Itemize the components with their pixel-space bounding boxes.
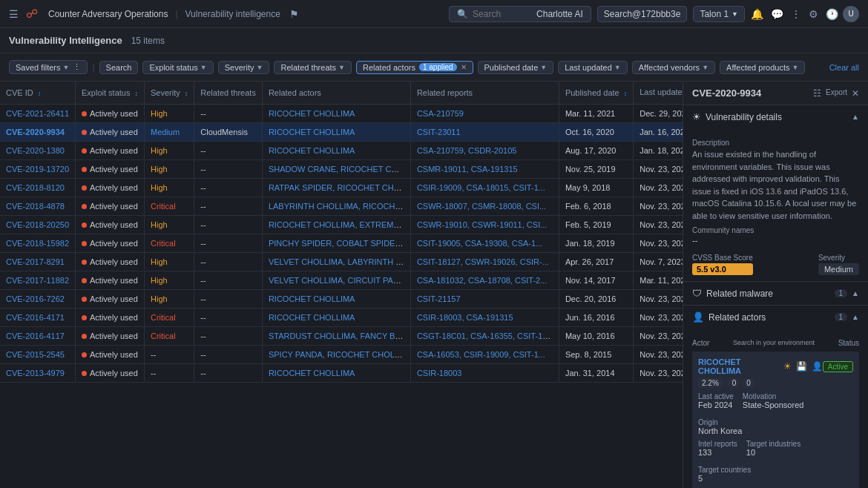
table-row[interactable]: CVE-2013-4979 Actively used -- -- RICOCH… <box>0 364 683 383</box>
related-actors-cell[interactable]: RICOCHET CHOLLIMA <box>262 364 410 383</box>
user-avatar[interactable]: U <box>843 6 859 22</box>
related-reports-cell[interactable]: CSA-16053, CSIR-19009, CSIT-1... <box>410 346 559 364</box>
table-row[interactable]: CVE-2018-15982 Actively used Critical --… <box>0 234 683 253</box>
related-malware-chevron-icon[interactable]: ▲ <box>852 289 859 297</box>
cve-id-cell[interactable]: CVE-2016-4171 <box>0 309 76 327</box>
related-reports-value[interactable]: CSIT-18127, CSWR-19026, CSIR-... <box>417 257 549 266</box>
col-published-date[interactable]: Published date ↕ <box>559 82 633 105</box>
talon-selector[interactable]: Talon 1 ▼ <box>693 6 745 22</box>
cve-id-link[interactable]: CVE-2013-4979 <box>6 369 65 377</box>
cve-id-cell[interactable]: CVE-2017-8291 <box>0 253 76 271</box>
cve-id-link[interactable]: CVE-2017-8291 <box>6 257 65 266</box>
table-row[interactable]: CVE-2016-4171 Actively used Critical -- … <box>0 309 683 327</box>
related-reports-cell[interactable]: CSIT-19005, CSA-19308, CSA-1... <box>410 234 559 253</box>
related-reports-value[interactable]: CSIT-19005, CSA-19308, CSA-1... <box>417 239 542 248</box>
table-row[interactable]: CVE-2017-8291 Actively used High -- VELV… <box>0 253 683 271</box>
cve-id-link[interactable]: CVE-2020-9934 <box>6 128 65 136</box>
related-actors-cell[interactable]: RICOCHET CHOLLIMA <box>262 123 410 142</box>
col-related-reports[interactable]: Related reports <box>410 82 559 105</box>
col-related-threats[interactable]: Related threats <box>194 82 263 105</box>
search-input[interactable] <box>473 9 532 19</box>
related-reports-cell[interactable]: CSIR-19009, CSA-18015, CSIT-1... <box>410 179 559 197</box>
col-related-actors[interactable]: Related actors <box>262 82 410 105</box>
related-actors-value[interactable]: RATPAK SPIDER, RICOCHET CHOLLIMA <box>269 183 411 192</box>
related-actors-header[interactable]: 👤 Related actors 1 ▲ <box>683 306 868 329</box>
cve-id-cell[interactable]: CVE-2020-9934 <box>0 123 76 142</box>
notification-icon[interactable]: 🔔 <box>751 8 763 20</box>
related-actors-value[interactable]: RICOCHET CHOLLIMA, EXTREME JACKAL, REFIN… <box>269 220 411 229</box>
related-actors-value[interactable]: LABYRINTH CHOLLIMA, RICOCHET CHOLLIMA <box>269 202 411 211</box>
cve-id-link[interactable]: CVE-2016-7262 <box>6 294 65 303</box>
search-filter-chip[interactable]: Search <box>99 61 139 74</box>
table-row[interactable]: CVE-2018-20250 Actively used High -- RIC… <box>0 216 683 234</box>
detail-grid-icon[interactable]: ☷ <box>813 88 821 99</box>
table-row[interactable]: CVE-2019-13720 Actively used High -- SHA… <box>0 160 683 179</box>
related-actors-value[interactable]: VELVET CHOLLIMA, CIRCUIT PANDA, EMBER BE… <box>269 276 411 285</box>
related-actors-value[interactable]: RICOCHET CHOLLIMA <box>269 294 355 303</box>
cve-id-link[interactable]: CVE-2021-26411 <box>6 109 69 118</box>
cve-id-link[interactable]: CVE-2019-13720 <box>6 165 69 174</box>
related-reports-value[interactable]: CSA-210759, CSDR-20105 <box>417 146 517 155</box>
related-reports-value[interactable]: CSA-210759 <box>417 109 464 118</box>
cve-id-cell[interactable]: CVE-2018-4878 <box>0 197 76 216</box>
cve-id-link[interactable]: CVE-2018-15982 <box>6 239 69 248</box>
related-actors-value[interactable]: VELVET CHOLLIMA, LABYRINTH CHOLLIMA, RIC… <box>269 257 411 266</box>
cve-id-link[interactable]: CVE-2017-11882 <box>6 276 69 285</box>
related-actors-value[interactable]: PINCHY SPIDER, COBALT SPIDER, HELIX KITT… <box>269 239 411 248</box>
cve-id-cell[interactable]: CVE-2016-7262 <box>0 290 76 309</box>
related-actors-value[interactable]: RICOCHET CHOLLIMA <box>269 128 355 136</box>
related-reports-cell[interactable]: CSA-210759 <box>410 105 559 123</box>
published-date-chip[interactable]: Published date ▼ <box>478 61 554 74</box>
related-actors-value[interactable]: SHADOW CRANE, RICOCHET CHOLLIMA <box>269 165 411 174</box>
related-reports-value[interactable]: CSIT-21157 <box>417 294 461 303</box>
related-reports-cell[interactable]: CSIT-21157 <box>410 290 559 309</box>
database-env-icon[interactable]: 💾 <box>796 361 807 372</box>
related-reports-cell[interactable]: CSIT-18127, CSWR-19026, CSIR-... <box>410 253 559 271</box>
last-updated-chip[interactable]: Last updated ▼ <box>558 61 628 74</box>
related-actors-cell[interactable]: SHADOW CRANE, RICOCHET CHOLLIMA <box>262 160 410 179</box>
cve-id-cell[interactable]: CVE-2019-13720 <box>0 160 76 179</box>
related-reports-value[interactable]: CSWR-19010, CSWR-19011, CSI... <box>417 220 547 229</box>
related-reports-cell[interactable]: CSIR-18003 <box>410 364 559 383</box>
actor-name-link[interactable]: RICOCHET CHOLLIMA <box>698 357 783 375</box>
table-row[interactable]: CVE-2017-11882 Actively used High -- VEL… <box>0 271 683 290</box>
affected-vendors-chip[interactable]: Affected vendors ▼ <box>632 61 715 74</box>
related-reports-value[interactable]: CSIT-23011 <box>417 128 461 136</box>
table-row[interactable]: CVE-2016-4117 Actively used Critical -- … <box>0 327 683 346</box>
vuln-details-chevron-icon[interactable]: ▲ <box>852 113 859 121</box>
related-actors-value[interactable]: RICOCHET CHOLLIMA <box>269 369 355 377</box>
table-row[interactable]: CVE-2018-8120 Actively used High -- RATP… <box>0 179 683 197</box>
cve-id-cell[interactable]: CVE-2018-20250 <box>0 216 76 234</box>
related-actors-cell[interactable]: STARDUST CHOLLIMA, FANCY BEAR, RICOCHET … <box>262 327 410 346</box>
related-actors-cell[interactable]: RICOCHET CHOLLIMA, EXTREME JACKAL, REFIN… <box>262 216 410 234</box>
related-actors-value[interactable]: STARDUST CHOLLIMA, FANCY BEAR, RICOCHET … <box>269 332 411 340</box>
related-reports-cell[interactable]: CSIR-18003, CSA-191315 <box>410 309 559 327</box>
cve-id-link[interactable]: CVE-2020-1380 <box>6 146 65 155</box>
chat-icon[interactable]: 💬 <box>771 8 783 20</box>
col-last-updated[interactable]: Last updated ⓘ ↕ <box>634 82 683 105</box>
nav-counter-adversary[interactable]: Counter Adversary Operations <box>44 9 172 19</box>
cve-id-cell[interactable]: CVE-2013-4979 <box>0 364 76 383</box>
col-severity[interactable]: Severity ↕ <box>145 82 194 105</box>
related-reports-value[interactable]: CSIR-19009, CSA-18015, CSIT-1... <box>417 183 545 192</box>
related-actors-cell[interactable]: VELVET CHOLLIMA, CIRCUIT PANDA, EMBER BE… <box>262 271 410 290</box>
vulnerability-details-header[interactable]: ☀ Vulnerability details ▲ <box>683 105 868 128</box>
related-reports-cell[interactable]: CSA-181032, CSA-18708, CSIT-2... <box>410 271 559 290</box>
cve-id-cell[interactable]: CVE-2016-4117 <box>0 327 76 346</box>
related-reports-cell[interactable]: CSA-210759, CSDR-20105 <box>410 142 559 160</box>
cve-id-link[interactable]: CVE-2018-20250 <box>6 220 69 229</box>
affected-products-chip[interactable]: Affected products ▼ <box>720 61 805 74</box>
related-reports-value[interactable]: CSMR-19011, CSA-191315 <box>417 165 518 174</box>
table-container[interactable]: CVE ID ↕ Exploit status ↕ Severity ↕ Rel… <box>0 82 683 488</box>
related-actors-chevron-icon[interactable]: ▲ <box>852 313 859 321</box>
related-reports-value[interactable]: CSIR-18003 <box>417 369 462 377</box>
related-malware-header[interactable]: 🛡 Related malware 1 ▲ <box>683 282 868 305</box>
related-reports-value[interactable]: CSA-16053, CSIR-19009, CSIT-1... <box>417 350 545 359</box>
related-actors-cell[interactable]: RICOCHET CHOLLIMA <box>262 105 410 123</box>
search-box[interactable]: 🔍 Charlotte AI <box>449 6 591 22</box>
related-actors-cell[interactable]: SPICY PANDA, RICOCHET CHOLLIMA, QUILTED … <box>262 346 410 364</box>
clock-icon[interactable]: 🕐 <box>826 8 838 20</box>
cve-id-link[interactable]: CVE-2015-2545 <box>6 350 65 359</box>
table-row[interactable]: CVE-2020-1380 Actively used High -- RICO… <box>0 142 683 160</box>
cve-id-link[interactable]: CVE-2016-4117 <box>6 332 65 340</box>
